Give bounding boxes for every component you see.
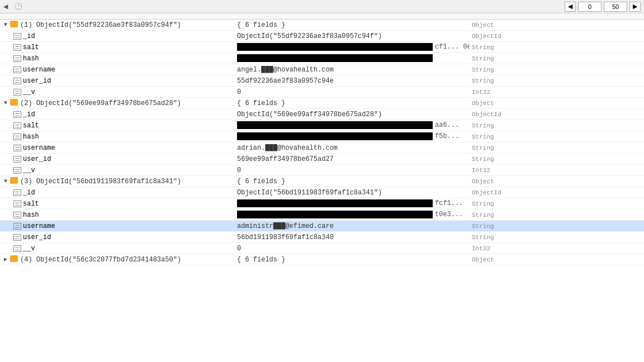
key-cell: _id bbox=[0, 110, 235, 119]
key-cell: ▼(2) ObjectId("569ee99aff34978be675ad28"… bbox=[0, 98, 235, 108]
table-row[interactable]: saltcf1... 0e3...String bbox=[0, 42, 644, 53]
value-suffix: f5b... bbox=[435, 133, 459, 141]
key-cell: username bbox=[0, 222, 235, 231]
column-headers bbox=[0, 13, 644, 20]
key-label: __v bbox=[23, 245, 35, 253]
type-cell: ObjectId bbox=[470, 189, 644, 197]
type-cell: Object bbox=[470, 99, 644, 107]
field-icon bbox=[13, 234, 21, 241]
field-icon bbox=[13, 78, 21, 84]
value-cell: 0 bbox=[235, 244, 470, 253]
collapse-icon[interactable]: ▼ bbox=[2, 178, 9, 185]
value-suffix: cf1... bbox=[435, 44, 459, 51]
key-cell: salt bbox=[0, 43, 235, 52]
key-cell: user_id bbox=[0, 155, 235, 164]
table-row[interactable]: ▼(1) ObjectId("55df92236ae3f83a0957c94f"… bbox=[0, 20, 644, 31]
table-row[interactable]: _idObjectId("56bd1911983f69faf1c8a341")O… bbox=[0, 187, 644, 198]
table-row[interactable]: user_id56bd1911983f69faf1c8a340String bbox=[0, 232, 644, 243]
value-suffix: t0e3... bbox=[435, 211, 463, 219]
page-start-input[interactable] bbox=[578, 2, 602, 12]
table-row[interactable]: ▶(4) ObjectId("56c3c2077fbd7d2341483a50"… bbox=[0, 254, 644, 265]
type-column-header bbox=[470, 15, 644, 17]
field-icon bbox=[13, 66, 21, 73]
redacted-value bbox=[237, 211, 433, 218]
table-row[interactable]: user_id569ee99aff34978be675ad27String bbox=[0, 154, 644, 165]
table-row[interactable]: usernameadministr███@efimed.careString bbox=[0, 221, 644, 232]
key-cell: ▼(3) ObjectId("56bd1911983f69faf1c8a341"… bbox=[0, 177, 235, 187]
value-cell: t0e3... bbox=[235, 210, 470, 219]
field-icon bbox=[13, 212, 21, 218]
table-row[interactable]: ▼(3) ObjectId("56bd1911983f69faf1c8a341"… bbox=[0, 176, 644, 187]
type-cell: String bbox=[470, 234, 644, 241]
document-icon bbox=[10, 255, 18, 264]
key-label: hash bbox=[23, 211, 39, 219]
value-suffix2: 0e3... bbox=[459, 44, 470, 51]
collapse-icon[interactable]: ▼ bbox=[2, 22, 9, 28]
key-cell: __v bbox=[0, 88, 235, 97]
table-row[interactable]: usernameadrian.███@hovahealth.comString bbox=[0, 142, 644, 154]
type-cell: String bbox=[470, 144, 644, 152]
type-cell: String bbox=[470, 155, 644, 163]
type-cell: String bbox=[470, 122, 644, 130]
key-label: _id bbox=[23, 189, 35, 197]
key-column-header bbox=[0, 15, 235, 17]
key-cell: hash bbox=[0, 211, 235, 220]
key-cell: salt bbox=[0, 121, 235, 130]
key-cell: __v bbox=[0, 166, 235, 175]
table-row[interactable]: hashf5b...String bbox=[0, 131, 644, 142]
table-row[interactable]: saltaa6...String bbox=[0, 120, 644, 131]
type-cell: ObjectId bbox=[470, 111, 644, 118]
redacted-value bbox=[237, 43, 433, 51]
page-size-input[interactable] bbox=[604, 2, 627, 12]
value-cell: angel.███@hovahealth.com bbox=[235, 65, 470, 74]
field-icon bbox=[13, 223, 21, 230]
key-label: salt bbox=[23, 122, 39, 130]
value-cell: administr███@efimed.care bbox=[235, 222, 470, 231]
nav-left-icon[interactable]: ◀ bbox=[3, 2, 8, 11]
key-label: user_id bbox=[23, 77, 51, 85]
table-row[interactable]: saltfcf1...String bbox=[0, 198, 644, 209]
key-label: hash bbox=[23, 55, 39, 63]
table-row[interactable]: _idObjectId("569ee99aff34978be675ad28")O… bbox=[0, 109, 644, 120]
next-page-button[interactable]: ▶ bbox=[629, 2, 641, 12]
value-cell: 56bd1911983f69faf1c8a340 bbox=[235, 233, 470, 242]
type-cell: String bbox=[470, 66, 644, 74]
value-cell: ObjectId("55df92236ae3f83a0957c94f") bbox=[235, 32, 470, 41]
field-icon bbox=[13, 245, 21, 252]
key-label: (2) ObjectId("569ee99aff34978be675ad28") bbox=[20, 99, 181, 107]
field-icon bbox=[13, 44, 21, 51]
key-label: username bbox=[23, 222, 55, 230]
value-cell: { 6 fields } bbox=[235, 21, 470, 30]
redacted-value bbox=[237, 54, 433, 62]
table-row[interactable]: user_id55df92236ae3f83a0957c94eString bbox=[0, 75, 644, 87]
table-row[interactable]: hasht0e3...String bbox=[0, 209, 644, 221]
table-row[interactable]: hashString bbox=[0, 53, 644, 64]
table-row[interactable]: __v0Int32 bbox=[0, 243, 644, 254]
redacted-value bbox=[237, 121, 433, 129]
field-icon bbox=[13, 89, 21, 96]
expand-icon[interactable]: ▶ bbox=[2, 256, 9, 263]
top-bar-left: ◀ 🕐 bbox=[3, 2, 27, 11]
type-cell: ObjectId bbox=[470, 32, 644, 40]
table-row[interactable]: ▼(2) ObjectId("569ee99aff34978be675ad28"… bbox=[0, 98, 644, 109]
prev-page-button[interactable]: ◀ bbox=[565, 2, 576, 12]
table-row[interactable]: usernameangel.███@hovahealth.comString bbox=[0, 64, 644, 75]
type-cell: String bbox=[470, 222, 644, 230]
key-label: __v bbox=[23, 88, 35, 96]
key-cell: ▼(1) ObjectId("55df92236ae3f83a0957c94f"… bbox=[0, 20, 235, 30]
value-cell: { 6 fields } bbox=[235, 255, 470, 264]
key-cell: user_id bbox=[0, 233, 235, 242]
key-cell: _id bbox=[0, 188, 235, 197]
table-row[interactable]: _idObjectId("55df92236ae3f83a0957c94f")O… bbox=[0, 31, 644, 42]
table-row[interactable]: __v0Int32 bbox=[0, 87, 644, 98]
key-label: hash bbox=[23, 133, 39, 141]
field-icon bbox=[13, 33, 21, 40]
field-icon bbox=[13, 189, 21, 196]
type-cell: Object bbox=[470, 256, 644, 264]
table-row[interactable]: __v0Int32 bbox=[0, 165, 644, 176]
value-cell: 55df92236ae3f83a0957c94e bbox=[235, 77, 470, 85]
collapse-icon[interactable]: ▼ bbox=[2, 100, 9, 107]
value-cell: { 6 fields } bbox=[235, 177, 470, 186]
field-icon bbox=[13, 122, 21, 129]
key-cell: __v bbox=[0, 244, 235, 253]
